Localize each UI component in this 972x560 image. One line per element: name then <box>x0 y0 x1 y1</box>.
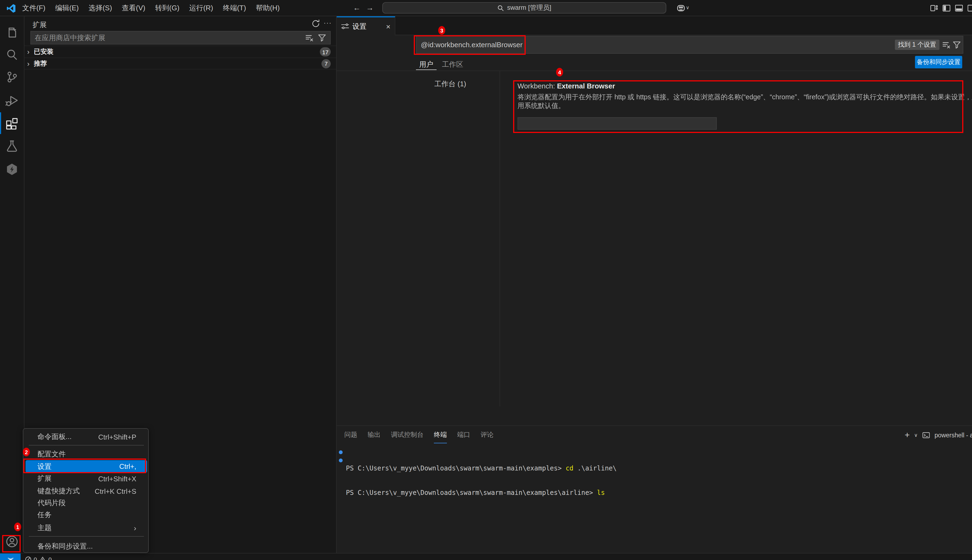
funnel-filter-icon[interactable] <box>952 41 961 49</box>
panel-tab-problems[interactable]: 问题 <box>344 427 357 443</box>
run-debug-icon[interactable] <box>0 90 24 111</box>
editor-area: 设置 × 找到 1 个设置 备份和同步设置 用户 工作区 工作台 (1) Wor… <box>337 16 972 425</box>
warning-count: 0 <box>48 556 52 560</box>
setting-description-line2: 用系统默认值。 <box>518 102 972 110</box>
funnel-filter-icon[interactable] <box>318 33 326 42</box>
scope-tabs-divider <box>337 70 972 71</box>
chevron-right-icon: › <box>27 48 30 56</box>
tab-settings[interactable]: 设置 × <box>337 16 395 35</box>
menu-item-themes[interactable]: 主题› <box>23 522 149 534</box>
panel-tab-ports[interactable]: 端口 <box>457 427 470 443</box>
menu-item-label: 扩展 <box>37 474 52 483</box>
setting-name: External Browser <box>557 82 615 90</box>
vscode-window: 文件(F) 编辑(E) 选择(S) 查看(V) 转到(G) 运行(R) 终端(T… <box>0 0 972 560</box>
toggle-panel-icon[interactable] <box>954 0 964 16</box>
prompt-text: PS C:\Users\v_myye\Downloads\swarm\swarm… <box>346 489 597 497</box>
nav-forward-icon[interactable]: → <box>366 0 374 16</box>
menu-item-label: 任务 <box>37 510 52 520</box>
clear-filters-icon[interactable] <box>942 41 951 49</box>
menu-item-shortcut: Ctrl+K Ctrl+S <box>95 487 136 495</box>
refresh-icon[interactable] <box>311 19 321 28</box>
command-center[interactable]: swarm [管理员] <box>382 2 666 13</box>
panel-tab-debug-console[interactable]: 调试控制台 <box>391 427 424 443</box>
sliders-icon <box>341 22 349 30</box>
annotation-step-4: 4 <box>556 68 563 77</box>
scope-tab-user[interactable]: 用户 <box>416 60 437 70</box>
panel-tab-comments[interactable]: 评论 <box>481 427 494 443</box>
new-terminal-icon[interactable]: + <box>905 430 910 440</box>
menu-selection[interactable]: 选择(S) <box>84 0 117 16</box>
menu-item-snippets[interactable]: 代码片段 <box>23 497 149 509</box>
warnings-icon <box>39 556 46 560</box>
menu-item-label: 代码片段 <box>37 498 66 508</box>
more-actions-icon[interactable]: ··· <box>324 16 332 30</box>
panel-actions: + ∨ powershell - airline <box>905 427 972 443</box>
source-control-icon[interactable] <box>0 66 24 88</box>
copilot-icon[interactable] <box>676 4 685 12</box>
section-installed[interactable]: › 已安装 17 <box>25 46 336 58</box>
customize-layout-icon[interactable] <box>929 0 939 16</box>
toggle-sidebar-icon[interactable] <box>941 0 952 16</box>
problems-status[interactable]: 0 0 <box>25 553 52 560</box>
backup-sync-settings-button[interactable]: 备份和同步设置 <box>915 56 962 68</box>
testing-icon[interactable] <box>0 135 24 157</box>
menu-item-backup-sync[interactable]: 备份和同步设置... <box>23 540 149 552</box>
menu-terminal[interactable]: 终端(T) <box>218 0 251 16</box>
tab-close-icon[interactable]: × <box>386 22 391 31</box>
annotation-step-3: 3 <box>438 26 445 35</box>
prompt-text: PS C:\Users\v_myye\Downloads\swarm\swarm… <box>346 465 566 472</box>
explorer-icon[interactable] <box>0 22 24 43</box>
extensions-search-input[interactable] <box>31 32 306 44</box>
error-count: 0 <box>33 556 37 560</box>
menu-go[interactable]: 转到(G) <box>150 0 184 16</box>
extensions-search-box <box>30 31 331 45</box>
toggle-secondary-sidebar-icon[interactable] <box>966 0 972 16</box>
menu-item-profiles[interactable]: 配置文件 <box>23 448 149 460</box>
terminal-content[interactable]: PS C:\Users\v_myye\Downloads\swarm\swarm… <box>346 448 616 553</box>
toc-item-workbench[interactable]: 工作台 (1) <box>434 79 466 89</box>
menubar: 文件(F) 编辑(E) 选择(S) 查看(V) 转到(G) 运行(R) 终端(T… <box>17 0 284 16</box>
menu-item-label: 命令面板... <box>37 432 72 442</box>
menu-item-tasks[interactable]: 任务 <box>23 509 149 521</box>
annotation-step-1: 1 <box>14 523 21 531</box>
external-browser-value-input[interactable] <box>518 117 717 130</box>
menu-edit[interactable]: 编辑(E) <box>50 0 84 16</box>
command-success-dot <box>339 450 342 454</box>
search-sidebar-icon[interactable] <box>0 44 24 66</box>
command-center-text: swarm [管理员] <box>507 3 551 12</box>
panel-tab-terminal[interactable]: 终端 <box>434 427 447 443</box>
menu-separator <box>29 445 144 445</box>
menu-file[interactable]: 文件(F) <box>17 0 50 16</box>
menu-item-shortcut: Ctrl+Shift+P <box>98 433 136 441</box>
section-label: 已安装 <box>34 47 53 57</box>
section-recommended[interactable]: › 推荐 7 <box>25 58 336 70</box>
extensions-icon[interactable] <box>0 112 24 134</box>
command-success-dot <box>339 458 342 462</box>
terminal-dropdown-icon[interactable]: ∨ <box>914 432 918 438</box>
count-badge: 17 <box>320 47 331 57</box>
menu-item-label: 主题 <box>37 523 52 533</box>
nav-back-icon[interactable]: ← <box>353 0 361 16</box>
filter-results-icon[interactable] <box>305 33 314 42</box>
command-text: ls <box>597 489 605 497</box>
setting-description: 将浏览器配置为用于在外部打开 http 或 https 链接。这可以是浏览器的名… <box>518 93 972 110</box>
menu-item-shortcut: Ctrl+, <box>119 462 136 470</box>
menu-item-settings[interactable]: 设置Ctrl+, <box>25 460 147 473</box>
menu-separator <box>29 536 144 537</box>
menu-item-extensions[interactable]: 扩展Ctrl+Shift+X <box>23 473 149 485</box>
account-icon[interactable] <box>0 531 24 552</box>
settings-search-input[interactable] <box>416 37 882 53</box>
menu-run[interactable]: 运行(R) <box>184 0 218 16</box>
menu-item-keyboard-shortcuts[interactable]: 键盘快捷方式Ctrl+K Ctrl+S <box>23 485 149 497</box>
menu-view[interactable]: 查看(V) <box>117 0 150 16</box>
scope-tab-workspace[interactable]: 工作区 <box>439 60 466 70</box>
menu-help[interactable]: 帮助(H) <box>251 0 284 16</box>
section-label: 推荐 <box>34 59 47 68</box>
hexagon-extension-icon[interactable] <box>0 158 24 180</box>
panel-tab-output[interactable]: 输出 <box>367 427 381 443</box>
copilot-chevron-icon[interactable]: ∨ <box>686 0 689 16</box>
terminal-session-label[interactable]: powershell - airline <box>935 432 972 438</box>
menu-item-command-palette[interactable]: 命令面板...Ctrl+Shift+P <box>23 431 149 443</box>
remote-indicator[interactable]: >< <box>0 553 21 560</box>
menu-item-label: 键盘快捷方式 <box>37 486 80 496</box>
